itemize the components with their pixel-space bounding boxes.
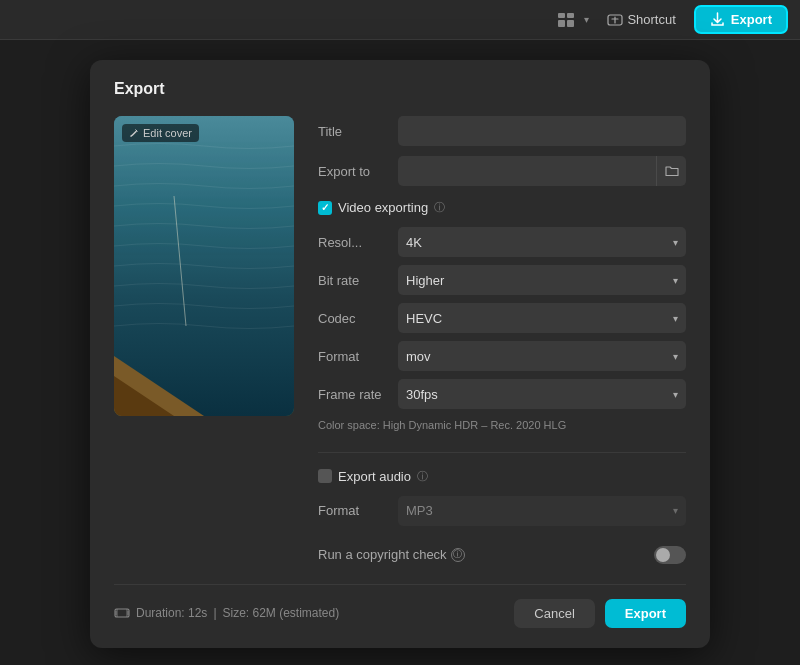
- dialog-content: Edit cover Title Export to: [114, 116, 686, 564]
- cancel-button[interactable]: Cancel: [514, 599, 594, 628]
- format-row: Format mov ▾: [318, 341, 686, 371]
- audio-exporting-checkbox[interactable]: [318, 469, 332, 483]
- bitrate-value: Higher: [406, 273, 444, 288]
- svg-rect-0: [558, 13, 565, 18]
- bitrate-chevron: ▾: [673, 275, 678, 286]
- color-space-note: Color space: High Dynamic HDR – Rec. 202…: [318, 417, 686, 434]
- video-exporting-checkbox[interactable]: [318, 201, 332, 215]
- main-area: Export: [0, 40, 800, 665]
- bitrate-row: Bit rate Higher ▾: [318, 265, 686, 295]
- bitrate-label: Bit rate: [318, 273, 398, 288]
- copyright-toggle[interactable]: [654, 546, 686, 564]
- toggle-knob: [656, 548, 670, 562]
- framerate-select[interactable]: 30fps ▾: [398, 379, 686, 409]
- resolution-value: 4K: [406, 235, 422, 250]
- footer-info: Duration: 12s | Size: 62M (estimated): [114, 606, 339, 620]
- form-area: Title Export to: [318, 116, 686, 564]
- dialog-title: Export: [114, 80, 686, 98]
- codec-chevron: ▾: [673, 313, 678, 324]
- audio-format-label: Format: [318, 503, 398, 518]
- edit-cover-button[interactable]: Edit cover: [122, 124, 199, 142]
- top-bar: ▾ Shortcut Export: [0, 0, 800, 40]
- resolution-select[interactable]: 4K ▾: [398, 227, 686, 257]
- resolution-label: Resol...: [318, 235, 398, 250]
- video-exporting-header: Video exporting ⓘ: [318, 200, 686, 215]
- audio-section: Export audio ⓘ Format MP3 ▾: [318, 452, 686, 534]
- export-to-field: [398, 156, 686, 186]
- folder-browse-button[interactable]: [656, 156, 686, 186]
- framerate-label: Frame rate: [318, 387, 398, 402]
- framerate-value: 30fps: [406, 387, 438, 402]
- footer-actions: Cancel Export: [514, 599, 686, 628]
- resolution-row: Resol... 4K ▾: [318, 227, 686, 257]
- film-icon: [114, 607, 130, 619]
- codec-value: HEVC: [406, 311, 442, 326]
- export-to-row: Export to: [318, 156, 686, 186]
- title-input[interactable]: [398, 116, 686, 146]
- shortcut-button[interactable]: Shortcut: [597, 8, 685, 32]
- export-to-label: Export to: [318, 164, 398, 179]
- export-dialog: Export: [90, 60, 710, 648]
- codec-row: Codec HEVC ▾: [318, 303, 686, 333]
- bitrate-select[interactable]: Higher ▾: [398, 265, 686, 295]
- thumbnail-wrapper: Edit cover: [114, 116, 294, 416]
- format-value: mov: [406, 349, 431, 364]
- thumbnail-image: [114, 116, 294, 416]
- copyright-row: Run a copyright check ⓘ: [318, 546, 686, 564]
- audio-format-row: Format MP3 ▾: [318, 496, 686, 526]
- audio-format-select[interactable]: MP3 ▾: [398, 496, 686, 526]
- export-to-input[interactable]: [398, 156, 656, 186]
- framerate-chevron: ▾: [673, 389, 678, 400]
- framerate-row: Frame rate 30fps ▾: [318, 379, 686, 409]
- format-chevron: ▾: [673, 351, 678, 362]
- audio-exporting-info: ⓘ: [417, 469, 428, 484]
- copyright-label: Run a copyright check ⓘ: [318, 547, 650, 562]
- shortcut-label: Shortcut: [627, 12, 675, 27]
- svg-rect-1: [567, 13, 574, 18]
- audio-exporting-header: Export audio ⓘ: [318, 469, 686, 484]
- right-form-area: Title Export to: [318, 116, 686, 564]
- title-row: Title: [318, 116, 686, 146]
- footer-duration: Duration: 12s: [136, 606, 207, 620]
- format-label: Format: [318, 349, 398, 364]
- codec-label: Codec: [318, 311, 398, 326]
- format-select[interactable]: mov ▾: [398, 341, 686, 371]
- footer-size: Size: 62M (estimated): [223, 606, 340, 620]
- audio-format-chevron: ▾: [673, 505, 678, 516]
- copyright-info-icon[interactable]: ⓘ: [451, 548, 465, 562]
- svg-rect-3: [567, 20, 574, 27]
- title-label: Title: [318, 124, 398, 139]
- export-bottom-button[interactable]: Export: [605, 599, 686, 628]
- svg-rect-2: [558, 20, 565, 27]
- dialog-footer: Duration: 12s | Size: 62M (estimated) Ca…: [114, 584, 686, 628]
- thumbnail-area: Edit cover: [114, 116, 294, 564]
- video-exporting-label: Video exporting: [338, 200, 428, 215]
- edit-cover-label: Edit cover: [143, 127, 192, 139]
- footer-separator: |: [213, 606, 216, 620]
- resolution-chevron: ▾: [673, 237, 678, 248]
- audio-exporting-label: Export audio: [338, 469, 411, 484]
- export-top-button[interactable]: Export: [694, 5, 788, 34]
- layout-icon[interactable]: [552, 6, 580, 34]
- export-top-label: Export: [731, 12, 772, 27]
- layout-dropdown-arrow[interactable]: ▾: [584, 14, 589, 25]
- video-exporting-info: ⓘ: [434, 200, 445, 215]
- codec-select[interactable]: HEVC ▾: [398, 303, 686, 333]
- audio-format-value: MP3: [406, 503, 433, 518]
